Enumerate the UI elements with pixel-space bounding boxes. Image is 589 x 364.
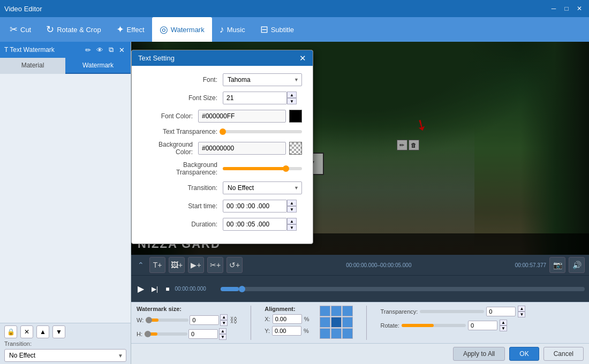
font-size-down-btn[interactable]: ▼	[287, 98, 297, 104]
dialog-transition-select[interactable]: No Effect Fade	[223, 181, 302, 194]
height-row: H: ▲ ▼	[137, 328, 237, 340]
add-btn4[interactable]: ✂+	[207, 257, 223, 273]
duration-row: Duration: ▲ ▼	[142, 218, 302, 231]
tab-effect[interactable]: ✦ Effect	[109, 17, 152, 42]
minimize-btn[interactable]: ─	[548, 3, 559, 14]
header-icons: ✏ 👁 ⧉ ✕	[84, 45, 126, 55]
maximize-btn[interactable]: □	[561, 3, 572, 14]
tab-watermark[interactable]: ◎ Watermark	[152, 17, 212, 42]
bg-color-input[interactable]	[198, 142, 286, 155]
rotate-up-btn[interactable]: ▲	[500, 320, 507, 325]
add-video-btn[interactable]: ▶+	[188, 257, 204, 273]
add-text-btn[interactable]: T+	[149, 257, 165, 273]
watermark-icon: ◎	[160, 24, 168, 35]
h-down-btn[interactable]: ▼	[219, 334, 226, 340]
timeline-track[interactable]	[221, 287, 585, 291]
font-select[interactable]: Tahoma Arial	[223, 73, 302, 86]
screenshot-btn[interactable]: 📷	[549, 257, 565, 273]
font-size-up-btn[interactable]: ▲	[287, 92, 297, 98]
expand-arrow-icon[interactable]: ⌃	[135, 261, 146, 269]
tab-music[interactable]: ♪ Music	[212, 17, 253, 42]
bg-color-swatch[interactable]	[289, 142, 302, 155]
move-down-btn[interactable]: ▼	[52, 325, 65, 338]
align-bc[interactable]	[331, 328, 342, 339]
align-tr[interactable]	[342, 306, 353, 316]
remove-watermark-btn[interactable]: ✕	[117, 45, 126, 55]
ok-btn[interactable]: OK	[509, 347, 539, 361]
bg-transparency-slider[interactable]	[223, 167, 302, 170]
font-row: Font: Tahoma Arial ▼	[142, 73, 302, 86]
start-time-input[interactable]	[223, 200, 287, 213]
w-input[interactable]	[190, 315, 219, 325]
y-unit: %	[304, 328, 309, 334]
align-tc[interactable]	[331, 306, 342, 316]
align-bl[interactable]	[320, 328, 330, 339]
font-size-input[interactable]	[223, 92, 287, 104]
h-input[interactable]	[188, 329, 218, 339]
apply-all-btn[interactable]: Apply to All	[453, 347, 505, 361]
duration-up-btn[interactable]: ▲	[287, 218, 297, 224]
w-input-wrap: ▲ ▼	[146, 314, 228, 326]
transition-select[interactable]: No Effect Fade	[4, 349, 126, 362]
rotate-slider[interactable]	[402, 324, 466, 327]
font-size-label: Font Size:	[142, 94, 223, 102]
tab-subtitle[interactable]: ⊟ Subtitle	[253, 17, 301, 42]
rotate-input[interactable]	[468, 321, 497, 330]
duration-input[interactable]	[223, 218, 287, 231]
dialog-close-btn[interactable]: ✕	[299, 54, 306, 62]
align-br[interactable]	[342, 328, 353, 339]
duration-down-btn[interactable]: ▼	[287, 224, 297, 231]
title-bar: Video Editor ─ □ ✕	[0, 0, 589, 17]
transition-section: Transition: No Effect Fade ▼	[4, 340, 126, 362]
add-image-btn[interactable]: 🖼+	[169, 257, 185, 273]
lock-btn[interactable]: 🔒	[4, 325, 17, 338]
tab-material[interactable]: Material	[0, 58, 65, 74]
panel-tabs: Material Watermark	[0, 58, 131, 74]
play-btn[interactable]: ▶	[135, 283, 146, 295]
align-tl[interactable]	[320, 306, 330, 316]
cancel-btn[interactable]: Cancel	[543, 347, 584, 361]
text-transparency-slider[interactable]	[223, 130, 302, 133]
bg-color-row: Background Color:	[142, 141, 302, 156]
close-btn[interactable]: ✕	[574, 3, 585, 14]
rotate-icon: ↻	[46, 24, 54, 35]
h-slider[interactable]	[145, 332, 187, 336]
bg-transparency-label: Background Transparence:	[142, 161, 223, 176]
delete-btn[interactable]: ✕	[20, 325, 33, 338]
transparency-up-btn[interactable]: ▲	[518, 306, 525, 312]
start-time-spinner: ▲ ▼	[287, 200, 297, 213]
font-color-swatch[interactable]	[289, 110, 302, 123]
font-color-row: Font Color:	[142, 110, 302, 123]
volume-btn[interactable]: 🔊	[569, 257, 585, 273]
tab-rotate[interactable]: ↻ Rotate & Crop	[39, 17, 108, 42]
align-ml[interactable]	[320, 317, 330, 328]
y-input[interactable]	[272, 326, 301, 336]
font-color-input[interactable]	[198, 110, 286, 123]
tab-cut[interactable]: ✂ Cut	[2, 17, 39, 42]
start-time-down-btn[interactable]: ▼	[287, 206, 297, 213]
tab-subtitle-label: Subtitle	[271, 26, 294, 34]
clone-icon-btn[interactable]: ⧉	[107, 45, 115, 55]
transparency-slider[interactable]	[420, 310, 484, 313]
h-up-btn[interactable]: ▲	[219, 328, 226, 334]
font-size-spinner: ▲ ▼	[287, 92, 297, 104]
rotate-down-btn[interactable]: ▼	[500, 325, 507, 331]
w-slider[interactable]	[146, 318, 188, 322]
eye-icon-btn[interactable]: 👁	[95, 45, 105, 55]
add-btn5[interactable]: ↺+	[226, 257, 243, 273]
move-up-btn[interactable]: ▲	[36, 325, 49, 338]
align-mr[interactable]	[342, 317, 353, 328]
w-up-btn[interactable]: ▲	[220, 314, 228, 320]
align-mc[interactable]	[331, 317, 342, 328]
transparency-down-btn[interactable]: ▼	[518, 312, 525, 317]
watermark-header: T Text Watermark ✏ 👁 ⧉ ✕	[0, 42, 131, 58]
play-btn2[interactable]: ▶|	[149, 284, 160, 294]
stop-btn[interactable]: ■	[163, 284, 171, 294]
x-input[interactable]	[273, 314, 302, 324]
edit-icon-btn[interactable]: ✏	[84, 45, 93, 55]
transparency-input[interactable]	[486, 307, 516, 316]
start-time-up-btn[interactable]: ▲	[287, 200, 297, 206]
subtitle-icon: ⊟	[260, 24, 268, 35]
w-down-btn[interactable]: ▼	[220, 320, 228, 326]
tab-watermark-panel[interactable]: Watermark	[65, 58, 131, 74]
